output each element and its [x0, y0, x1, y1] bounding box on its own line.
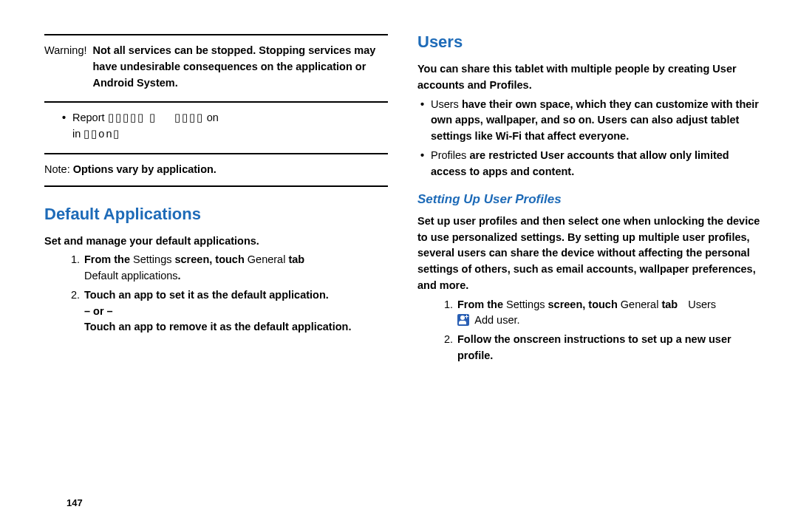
- add-user-icon: [457, 314, 469, 326]
- report-word3: in: [72, 128, 81, 140]
- step-1: 1. From the Settings screen, touch Gener…: [62, 252, 388, 284]
- p1d: General: [621, 299, 659, 310]
- s2b: Touch an app to remove it as the default…: [84, 321, 351, 332]
- default-apps-intro: Set and manage your default applications…: [44, 233, 388, 250]
- warning-label: Warning!: [44, 43, 86, 91]
- rule-mid2: [44, 153, 388, 154]
- step-2: 2. Touch an app to set it as the default…: [62, 287, 388, 335]
- profile-step-2: 2. Follow the onscreen instructions to s…: [435, 332, 761, 364]
- step-2-text: Touch an app to set it as the default ap…: [84, 287, 351, 335]
- s1c: screen, touch: [174, 253, 247, 265]
- heading-default-applications: Default Applications: [44, 202, 388, 226]
- step-number: 1.: [62, 252, 84, 284]
- p1dot: .: [516, 314, 519, 326]
- step-number-2: 2.: [435, 332, 457, 364]
- rule-mid3: [44, 185, 388, 187]
- manual-page: Warning! Not all services can be stopped…: [0, 0, 798, 532]
- warning-text: Not all services can be stopped. Stoppin…: [92, 43, 388, 91]
- b1rest: have their own space, which they can cus…: [431, 98, 759, 143]
- s2a: Touch an app to set it as the default ap…: [84, 289, 329, 301]
- profiles-intro: Set up user profiles and then select one…: [417, 214, 761, 294]
- b2rest: are restricted User accounts that allow …: [431, 149, 729, 177]
- bullet-icon: •: [62, 110, 72, 143]
- step-number: 1.: [435, 297, 457, 330]
- profiles-bullet-text: Profiles are restricted User accounts th…: [431, 148, 761, 180]
- s1a: From the: [84, 253, 130, 265]
- heading-users: Users: [417, 30, 761, 54]
- report-text: Report ▯▯▯▯▯ ▯ ▯▯▯▯ on in ▯▯on▯: [72, 110, 219, 143]
- profiles-bullet: • Profiles are restricted User accounts …: [420, 148, 761, 180]
- note-text: Options vary by application.: [73, 163, 216, 175]
- s1b: Settings: [130, 253, 174, 265]
- right-column: Users You can share this tablet with mul…: [403, 30, 768, 517]
- s1g: .: [178, 270, 181, 282]
- profile-step2-text: Follow the onscreen instructions to set …: [457, 332, 761, 364]
- p1a: From the: [457, 299, 506, 310]
- s1e: tab: [285, 253, 304, 265]
- p1e: tab: [658, 299, 678, 310]
- bullet-icon: •: [420, 148, 431, 180]
- p1users: Users: [688, 299, 716, 310]
- page-number: 147: [66, 497, 83, 508]
- users-bullet-text: Users have their own space, which they c…: [431, 97, 761, 145]
- step-number-2: 2.: [62, 287, 84, 335]
- note-line: Note: Options vary by application.: [44, 162, 388, 178]
- rule-mid1: [44, 101, 388, 103]
- s1f: Default applications: [84, 270, 178, 282]
- report-word1: Report: [72, 112, 105, 123]
- profile-step1-text: From the Settings screen, touch General …: [457, 297, 726, 330]
- p1b: Settings: [506, 299, 545, 310]
- b1lead: Users: [431, 98, 459, 110]
- or-text: – or –: [84, 305, 113, 317]
- report-bullet: • Report ▯▯▯▯▯ ▯ ▯▯▯▯ on in ▯▯on▯: [62, 110, 388, 143]
- warning-block: Warning! Not all services can be stopped…: [44, 43, 388, 91]
- note-label: Note:: [44, 163, 70, 175]
- p1c: screen, touch: [545, 299, 620, 310]
- left-column: Warning! Not all services can be stopped…: [44, 30, 403, 517]
- step-1-text: From the Settings screen, touch General …: [84, 252, 315, 284]
- profile-step-1: 1. From the Settings screen, touch Gener…: [435, 297, 761, 330]
- bullet-icon: •: [420, 97, 431, 145]
- rule-top: [44, 34, 388, 35]
- users-intro: You can share this tablet with multiple …: [417, 61, 761, 94]
- users-bullet: • Users have their own space, which they…: [420, 97, 761, 145]
- b2lead: Profiles: [431, 149, 466, 161]
- s1d: General: [248, 253, 286, 265]
- report-word2: on: [207, 112, 219, 123]
- p1add: Add user: [474, 314, 516, 326]
- heading-setting-up-profiles: Setting Up User Profiles: [417, 190, 761, 209]
